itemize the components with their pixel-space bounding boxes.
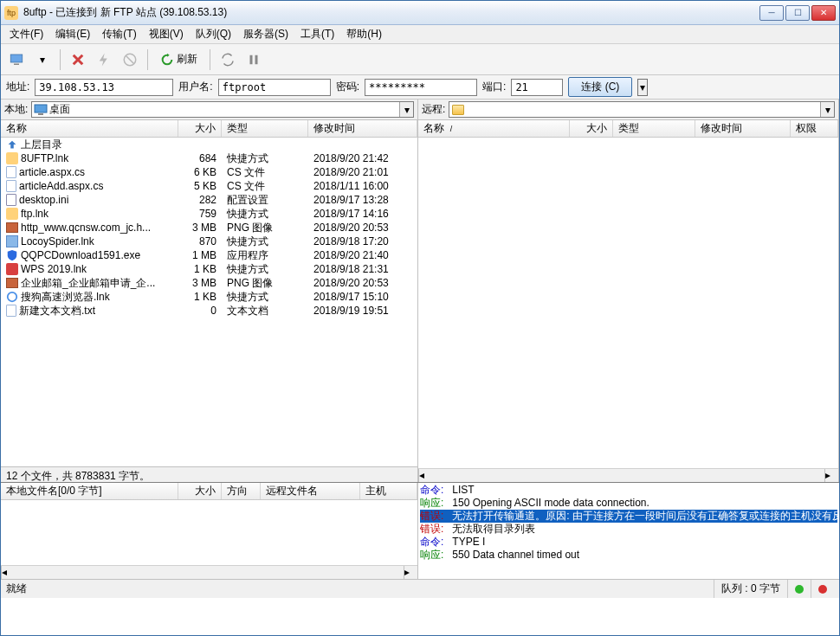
remote-path-combo[interactable]: ▾ <box>449 101 835 118</box>
remote-file-list[interactable] <box>418 138 838 468</box>
col-type[interactable]: 类型 <box>222 120 308 137</box>
log-line: 响应: 150 Opening ASCII mode data connecti… <box>420 497 837 510</box>
menu-server[interactable]: 服务器(S) <box>238 25 294 43</box>
connection-bar: 地址: 用户名: 密码: 端口: 连接 (C) ▾ <box>1 75 839 100</box>
file-row[interactable]: desktop.ini282配置设置2018/9/17 13:28 <box>1 193 417 207</box>
svg-point-8 <box>8 292 17 302</box>
col-perm[interactable]: 权限 <box>791 120 838 137</box>
menu-help[interactable]: 帮助(H) <box>341 25 387 43</box>
log-line: 错误: 无法打开传输通道。原因: 由于连接方在一段时间后没有正确答复或连接的主机… <box>420 510 837 523</box>
col-mtime[interactable]: 修改时间 <box>695 120 791 137</box>
svg-rect-1 <box>14 63 19 65</box>
file-row[interactable]: 新建文本文档.txt0文本文档2018/9/19 19:51 <box>1 304 417 318</box>
local-path-combo[interactable]: 桌面 ▾ <box>31 101 414 118</box>
col-remotename[interactable]: 远程文件名 <box>261 483 360 499</box>
local-list-header: 名称 大小 类型 修改时间 <box>1 120 417 138</box>
port-label: 端口: <box>482 80 506 94</box>
svg-rect-4 <box>250 55 253 64</box>
log-line: 命令: LIST <box>420 484 837 497</box>
remote-hscroll[interactable]: ◂▸ <box>418 468 838 482</box>
minimize-button[interactable]: ─ <box>759 5 784 21</box>
local-status: 12 个文件，共 8783831 字节。 <box>1 466 417 482</box>
local-file-list[interactable]: 上层目录8UFTP.lnk684快捷方式2018/9/20 21:42artic… <box>1 138 417 466</box>
col-dir[interactable]: 方向 <box>222 483 261 499</box>
svg-line-3 <box>126 55 134 63</box>
svg-rect-7 <box>38 113 43 115</box>
remote-label: 远程: <box>422 102 445 117</box>
file-row[interactable]: WPS 2019.lnk1 KB快捷方式2018/9/18 21:31 <box>1 262 417 276</box>
local-label: 本地: <box>4 102 28 117</box>
pause-icon[interactable] <box>243 49 264 70</box>
col-name[interactable]: 名称 <box>1 120 178 137</box>
close-button[interactable]: ✕ <box>811 5 836 21</box>
file-row[interactable]: 上层目录 <box>1 138 417 151</box>
file-row[interactable]: QQPCDownload1591.exe1 MB应用程序2018/9/20 21… <box>1 248 417 262</box>
log-panel[interactable]: 命令: LIST响应: 150 Opening ASCII mode data … <box>418 483 839 579</box>
address-input[interactable] <box>35 79 173 96</box>
file-row[interactable]: article.aspx.cs6 KBCS 文件2018/9/20 21:01 <box>1 165 417 179</box>
menu-transfer[interactable]: 传输(T) <box>97 25 141 43</box>
refresh-button[interactable]: 刷新 <box>155 50 203 68</box>
file-row[interactable]: 企业邮箱_企业邮箱申请_企...3 MBPNG 图像2018/9/20 20:5… <box>1 276 417 290</box>
computer-icon[interactable] <box>6 49 27 70</box>
local-panel: 本地: 桌面 ▾ 名称 大小 类型 修改时间 上层目录8UFTP.lnk684快… <box>1 100 418 482</box>
stop-icon[interactable] <box>120 49 140 70</box>
port-input[interactable] <box>511 79 563 96</box>
remote-panel: 远程: ▾ 名称 / 大小 类型 修改时间 权限 ◂▸ <box>418 100 839 482</box>
file-row[interactable]: 搜狗高速浏览器.lnk1 KB快捷方式2018/9/17 15:10 <box>1 290 417 304</box>
log-line: 命令: TYPE I <box>420 536 837 549</box>
col-size[interactable]: 大小 <box>570 120 613 137</box>
menu-bar: 文件(F) 编辑(E) 传输(T) 视图(V) 队列(Q) 服务器(S) 工具(… <box>1 25 839 44</box>
col-mtime[interactable]: 修改时间 <box>308 120 417 137</box>
cancel-icon[interactable] <box>68 49 88 70</box>
dropdown-icon[interactable]: ▾ <box>32 49 53 70</box>
maximize-button[interactable]: ☐ <box>785 5 810 21</box>
file-row[interactable]: http_www.qcnsw.com_jc.h...3 MBPNG 图像2018… <box>1 221 417 234</box>
col-localname[interactable]: 本地文件名[0/0 字节] <box>1 483 178 499</box>
connect-dropdown[interactable]: ▾ <box>637 79 648 96</box>
title-bar: ftp 8uftp - 已连接到 新 FTP 站点 (39.108.53.13)… <box>1 1 839 25</box>
file-row[interactable]: 8UFTP.lnk684快捷方式2018/9/20 21:42 <box>1 151 417 165</box>
file-row[interactable]: LocoySpider.lnk870快捷方式2018/9/18 17:20 <box>1 234 417 248</box>
app-icon: ftp <box>4 6 18 20</box>
status-ready: 就绪 <box>6 581 27 596</box>
menu-file[interactable]: 文件(F) <box>4 25 48 43</box>
chevron-down-icon[interactable]: ▾ <box>399 102 413 117</box>
svg-rect-5 <box>255 55 258 64</box>
log-line: 错误: 无法取得目录列表 <box>420 523 837 536</box>
menu-view[interactable]: 视图(V) <box>144 25 189 43</box>
chevron-down-icon[interactable]: ▾ <box>820 102 834 117</box>
queue-list[interactable] <box>1 500 417 565</box>
col-size[interactable]: 大小 <box>178 120 222 137</box>
bolt-icon[interactable] <box>94 49 114 70</box>
status-queue: 队列 : 0 字节 <box>714 580 787 598</box>
password-input[interactable] <box>365 79 477 96</box>
col-size[interactable]: 大小 <box>178 483 222 499</box>
file-row[interactable]: articleAdd.aspx.cs5 KBCS 文件2018/1/11 16:… <box>1 179 417 193</box>
svg-rect-6 <box>35 105 47 112</box>
sync-icon[interactable] <box>217 49 238 70</box>
log-line: 响应: 550 Data channel timed out <box>420 549 837 562</box>
status-bar: 就绪 队列 : 0 字节 <box>1 579 839 598</box>
col-host[interactable]: 主机 <box>360 483 417 499</box>
col-type[interactable]: 类型 <box>613 120 695 137</box>
file-row[interactable]: ftp.lnk759快捷方式2018/9/17 14:16 <box>1 207 417 221</box>
local-path-text: 桌面 <box>49 102 70 117</box>
svg-rect-0 <box>10 55 23 62</box>
queue-hscroll[interactable]: ◂▸ <box>1 565 417 579</box>
username-label: 用户名: <box>178 80 212 94</box>
menu-edit[interactable]: 编辑(E) <box>50 25 95 43</box>
queue-panel: 本地文件名[0/0 字节] 大小 方向 远程文件名 主机 ◂▸ <box>1 483 418 579</box>
connect-button[interactable]: 连接 (C) <box>568 77 632 97</box>
desktop-icon <box>34 103 48 117</box>
status-dot-green <box>795 585 804 594</box>
address-label: 地址: <box>6 80 29 94</box>
refresh-label: 刷新 <box>177 52 197 67</box>
password-label: 密码: <box>336 80 359 94</box>
menu-tools[interactable]: 工具(T) <box>295 25 339 43</box>
username-input[interactable] <box>218 79 331 96</box>
col-name[interactable]: 名称 / <box>418 120 570 137</box>
window-title: 8uftp - 已连接到 新 FTP 站点 (39.108.53.13) <box>23 5 759 20</box>
menu-queue[interactable]: 队列(Q) <box>191 25 236 43</box>
status-dot-red <box>818 585 827 594</box>
